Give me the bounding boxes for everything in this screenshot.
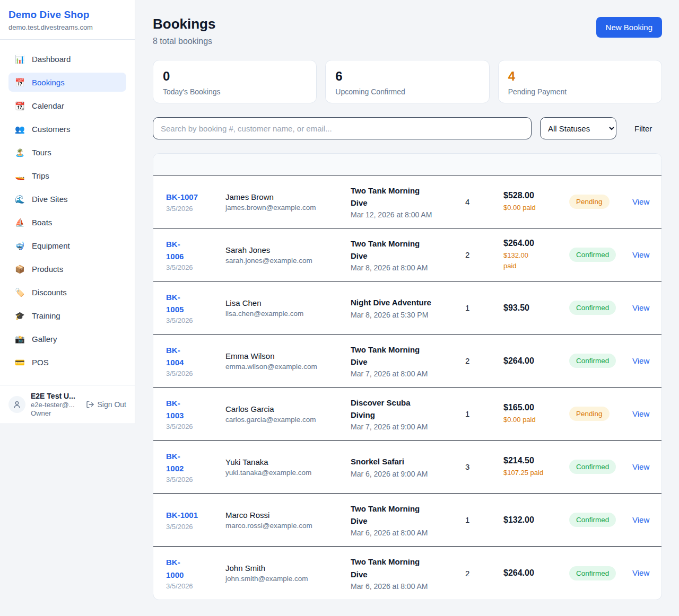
view-link[interactable]: View — [632, 250, 649, 259]
filter-button[interactable]: Filter — [627, 120, 659, 137]
trip-date: Mar 12, 2026 at 8:00 AM — [351, 210, 465, 219]
sidebar-item-discounts[interactable]: 🏷️ Discounts — [8, 283, 126, 302]
main-content: Bookings 8 total bookings New Booking 0 … — [135, 0, 679, 616]
total-amount: $93.50 — [503, 303, 569, 313]
customer-email: james.brown@example.com — [225, 204, 351, 212]
booking-date: 3/5/2026 — [166, 476, 225, 483]
sidebar-item-boats[interactable]: ⛵ Boats — [8, 213, 126, 232]
status-badge: Confirmed — [569, 566, 616, 580]
total-amount: $165.00 — [503, 403, 569, 412]
sidebar-item-tours[interactable]: 🏝️ Tours — [8, 143, 126, 162]
status-select[interactable]: All Statuses — [540, 117, 616, 139]
stat-card: 0 Today's Bookings — [153, 60, 317, 103]
sidebar-item-gallery[interactable]: 📸 Gallery — [8, 329, 126, 348]
total-amount: $528.00 — [503, 191, 569, 200]
trip-name: Two Tank Morning Dive — [351, 556, 465, 580]
customer-name: James Brown — [225, 192, 351, 201]
pax-count: 1 — [465, 303, 503, 312]
sign-out-button[interactable]: Sign Out — [86, 400, 126, 409]
pax-count: 3 — [465, 462, 503, 471]
view-link[interactable]: View — [632, 462, 649, 471]
stat-label: Today's Bookings — [163, 87, 307, 96]
booking-link[interactable]: BK- 1000 — [166, 556, 184, 581]
sidebar-item-dive-sites[interactable]: 🌊 Dive Sites — [8, 189, 126, 208]
user-role: Owner — [31, 409, 81, 417]
status-badge: Confirmed — [569, 354, 616, 368]
user-meta: E2E Test U... e2e-tester@... Owner — [31, 392, 81, 417]
filter-row: All Statuses Filter — [153, 117, 662, 139]
pax-count: 2 — [465, 569, 503, 578]
sidebar-item-trips[interactable]: 🚤 Trips — [8, 166, 126, 185]
booking-link[interactable]: BK-1007 — [166, 191, 198, 203]
view-link[interactable]: View — [632, 568, 649, 577]
paid-amount: $0.00 paid — [503, 203, 569, 213]
booking-link[interactable]: BK- 1006 — [166, 238, 184, 263]
sidebar-item-label: POS — [32, 358, 49, 367]
avatar — [8, 396, 25, 413]
sidebar-item-label: Trips — [32, 171, 49, 180]
customer-name: Carlos Garcia — [225, 404, 351, 413]
paid-amount: $132.00 paid — [503, 250, 569, 271]
trip-name: Two Tank Morning Dive — [351, 503, 465, 527]
pos-icon: 💳 — [15, 358, 24, 366]
pax-count: 2 — [465, 250, 503, 259]
table-header — [153, 154, 661, 175]
calendar-icon: 📆 — [15, 102, 24, 110]
view-link[interactable]: View — [632, 197, 649, 206]
view-link[interactable]: View — [632, 356, 649, 365]
page-subtitle: 8 total bookings — [153, 37, 215, 46]
booking-link[interactable]: BK-1001 — [166, 509, 198, 521]
status-badge: Pending — [569, 407, 610, 421]
booking-link[interactable]: BK- 1003 — [166, 397, 184, 422]
dashboard-icon: 📊 — [15, 55, 24, 63]
view-link[interactable]: View — [632, 409, 649, 418]
booking-link[interactable]: BK- 1004 — [166, 344, 184, 369]
discounts-icon: 🏷️ — [15, 288, 24, 296]
sidebar-item-calendar[interactable]: 📆 Calendar — [8, 96, 126, 115]
customer-email: marco.rossi@example.com — [225, 522, 351, 530]
paid-amount: $0.00 paid — [503, 415, 569, 425]
customer-email: carlos.garcia@example.com — [225, 416, 351, 424]
sidebar-item-products[interactable]: 📦 Products — [8, 259, 126, 278]
sidebar-item-label: Tours — [32, 148, 51, 157]
new-booking-button[interactable]: New Booking — [596, 17, 662, 38]
table-row: BK- 1005 3/5/2026 Lisa Chen lisa.chen@ex… — [153, 281, 661, 335]
table-row: BK- 1006 3/5/2026 Sarah Jones sarah.jone… — [153, 228, 661, 281]
total-amount: $132.00 — [503, 515, 569, 525]
booking-link[interactable]: BK- 1005 — [166, 291, 184, 316]
status-badge: Confirmed — [569, 460, 616, 474]
table-row: BK- 1004 3/5/2026 Emma Wilson emma.wilso… — [153, 335, 661, 388]
stat-value: 0 — [163, 69, 307, 84]
sidebar: Demo Dive Shop demo.test.divestreams.com… — [0, 0, 135, 424]
sidebar-item-dashboard[interactable]: 📊 Dashboard — [8, 49, 126, 68]
customer-email: lisa.chen@example.com — [225, 310, 351, 318]
search-input[interactable] — [153, 117, 532, 139]
customer-name: Marco Rossi — [225, 511, 351, 520]
sidebar-item-label: Bookings — [32, 78, 65, 87]
status-badge: Confirmed — [569, 301, 616, 315]
stats-row: 0 Today's Bookings 6 Upcoming Confirmed … — [153, 60, 662, 103]
table-row: BK-1001 3/5/2026 Marco Rossi marco.rossi… — [153, 494, 661, 547]
sidebar-item-label: Calendar — [32, 101, 64, 110]
sidebar-item-label: Gallery — [32, 335, 57, 344]
sidebar-item-equipment[interactable]: 🤿 Equipment — [8, 236, 126, 255]
view-link[interactable]: View — [632, 303, 649, 312]
customers-icon: 👥 — [15, 125, 24, 133]
booking-date: 3/5/2026 — [166, 205, 225, 213]
sidebar-nav: 📊 Dashboard 📅 Bookings 📆 Calendar 👥 Cust… — [0, 40, 135, 385]
booking-link[interactable]: BK- 1002 — [166, 450, 184, 475]
view-link[interactable]: View — [632, 515, 649, 524]
sidebar-item-pos[interactable]: 💳 POS — [8, 353, 126, 372]
table-row: BK- 1002 3/5/2026 Yuki Tanaka yuki.tanak… — [153, 441, 661, 494]
trip-name: Discover Scuba Diving — [351, 397, 465, 421]
pax-count: 2 — [465, 356, 503, 365]
sidebar-item-customers[interactable]: 👥 Customers — [8, 119, 126, 138]
sidebar-item-training[interactable]: 🎓 Training — [8, 306, 126, 325]
booking-date: 3/5/2026 — [166, 316, 225, 324]
total-amount: $214.50 — [503, 456, 569, 465]
sidebar-item-bookings[interactable]: 📅 Bookings — [8, 73, 126, 92]
customer-email: sarah.jones@example.com — [225, 257, 351, 265]
bookings-table: BK-1007 3/5/2026 James Brown james.brown… — [153, 153, 662, 600]
sidebar-item-label: Customers — [32, 125, 71, 134]
trip-name: Two Tank Morning Dive — [351, 237, 465, 262]
